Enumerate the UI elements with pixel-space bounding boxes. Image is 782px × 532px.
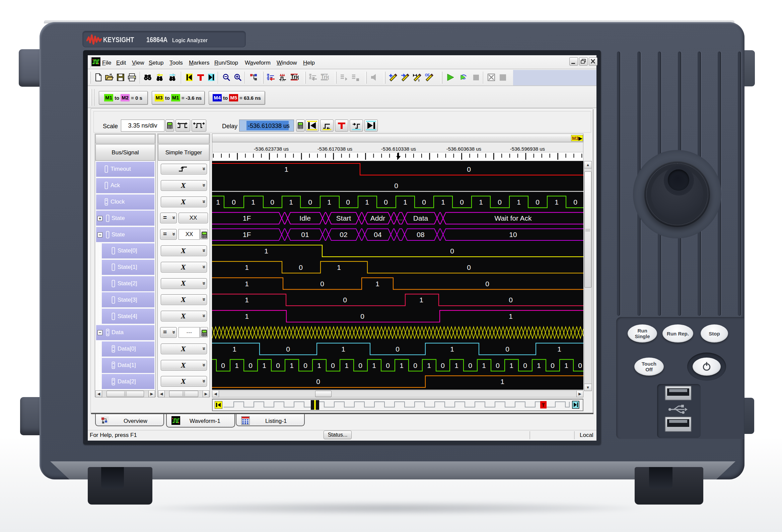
svg-text:...: ... xyxy=(398,216,403,221)
svg-text:0: 0 xyxy=(573,198,577,206)
svg-text:1: 1 xyxy=(216,198,220,206)
svg-text:0: 0 xyxy=(286,345,290,353)
svg-text:08: 08 xyxy=(417,231,424,238)
svg-text:1: 1 xyxy=(419,296,423,304)
svg-text:10: 10 xyxy=(509,231,517,238)
svg-text:0: 0 xyxy=(384,198,388,206)
svg-text:0: 0 xyxy=(299,264,303,271)
svg-text:1: 1 xyxy=(245,280,249,288)
svg-text:0: 0 xyxy=(249,362,252,369)
svg-text:1: 1 xyxy=(245,312,249,320)
svg-text:0: 0 xyxy=(221,362,225,369)
svg-text:0: 0 xyxy=(422,198,426,206)
svg-text:0: 0 xyxy=(578,362,582,369)
svg-text:1: 1 xyxy=(455,362,459,369)
svg-text:Addr: Addr xyxy=(370,214,385,222)
svg-text:0: 0 xyxy=(467,264,471,271)
svg-text:-536.603638 us: -536.603638 us xyxy=(447,146,481,152)
svg-text:0: 0 xyxy=(394,182,398,190)
svg-text:0: 0 xyxy=(523,362,527,369)
svg-text:0: 0 xyxy=(276,362,280,369)
svg-text:1: 1 xyxy=(441,198,445,206)
svg-text:0: 0 xyxy=(441,362,445,369)
svg-text:1: 1 xyxy=(251,198,255,206)
svg-text:0: 0 xyxy=(467,165,471,173)
svg-text:-536.596938 us: -536.596938 us xyxy=(510,146,545,152)
svg-text:0: 0 xyxy=(232,198,236,206)
svg-text:1: 1 xyxy=(365,198,369,206)
svg-text:T: T xyxy=(418,79,420,82)
svg-text:1F: 1F xyxy=(243,214,251,222)
svg-text:1: 1 xyxy=(289,198,293,206)
svg-text:1: 1 xyxy=(245,264,249,271)
svg-text:0: 0 xyxy=(320,280,324,288)
svg-text:1: 1 xyxy=(482,362,486,369)
svg-text:1: 1 xyxy=(372,362,376,369)
svg-text:1: 1 xyxy=(264,247,268,255)
svg-text:0: 0 xyxy=(505,345,509,353)
svg-text:T: T xyxy=(542,403,545,408)
svg-text:0: 0 xyxy=(460,198,464,206)
svg-text:1: 1 xyxy=(537,362,541,369)
svg-text:0: 0 xyxy=(413,362,417,369)
svg-text:Start: Start xyxy=(336,214,351,222)
svg-text:1: 1 xyxy=(509,312,513,320)
svg-text:Data: Data xyxy=(413,214,428,222)
svg-text:0: 0 xyxy=(343,296,347,304)
svg-text:1: 1 xyxy=(317,362,321,369)
svg-text:0: 0 xyxy=(360,312,364,320)
svg-text:1: 1 xyxy=(345,362,349,369)
svg-text:1: 1 xyxy=(235,362,239,369)
svg-text:1: 1 xyxy=(479,198,483,206)
svg-text:0: 0 xyxy=(498,198,502,206)
svg-text:0: 0 xyxy=(358,362,362,369)
svg-text:1: 1 xyxy=(262,362,266,369)
svg-text:1: 1 xyxy=(403,198,407,206)
svg-text:0: 0 xyxy=(346,198,350,206)
svg-text:-536.610338 us: -536.610338 us xyxy=(381,146,416,152)
svg-text:1F: 1F xyxy=(243,231,251,238)
svg-text:1: 1 xyxy=(427,362,431,369)
svg-text:1: 1 xyxy=(233,345,237,353)
svg-text:1: 1 xyxy=(517,198,521,206)
svg-text:0: 0 xyxy=(485,280,489,288)
svg-text:Idle: Idle xyxy=(299,214,311,222)
svg-text:1: 1 xyxy=(509,362,513,369)
svg-text:-536.623738 us: -536.623738 us xyxy=(254,146,289,152)
svg-text:1: 1 xyxy=(337,264,341,271)
svg-text:Trig: Trig xyxy=(321,74,329,80)
svg-text:Wait for Ack: Wait for Ack xyxy=(494,214,532,222)
svg-text:0: 0 xyxy=(535,198,539,206)
svg-text:0: 0 xyxy=(386,362,390,369)
svg-text:1: 1 xyxy=(564,362,568,369)
svg-text:0: 0 xyxy=(496,362,500,369)
svg-text:0: 0 xyxy=(550,362,555,369)
svg-text:1: 1 xyxy=(399,362,403,369)
svg-text:1: 1 xyxy=(245,296,249,304)
svg-text:02: 02 xyxy=(340,231,347,238)
svg-text:0: 0 xyxy=(509,296,513,304)
svg-text:Trig: Trig xyxy=(291,74,299,80)
svg-text:04: 04 xyxy=(374,231,382,238)
svg-text:0: 0 xyxy=(395,345,399,353)
svg-text:0: 0 xyxy=(308,198,312,206)
svg-text:0: 0 xyxy=(316,378,320,385)
svg-text:OF: OF xyxy=(425,73,430,77)
svg-text:-536.617038 us: -536.617038 us xyxy=(318,146,352,152)
svg-text:1: 1 xyxy=(327,198,331,206)
svg-text:1: 1 xyxy=(284,165,288,173)
svg-text:0: 0 xyxy=(331,362,335,369)
svg-text:1: 1 xyxy=(376,280,380,288)
svg-text:01: 01 xyxy=(301,231,309,238)
svg-text:1: 1 xyxy=(500,378,504,385)
svg-text:1: 1 xyxy=(290,362,294,369)
svg-text:1: 1 xyxy=(555,198,559,206)
svg-text:0: 0 xyxy=(450,247,454,255)
svg-text:1: 1 xyxy=(341,345,345,353)
svg-text:1: 1 xyxy=(450,345,454,353)
svg-text:0: 0 xyxy=(270,198,274,206)
svg-text:1: 1 xyxy=(557,345,561,353)
svg-text:0: 0 xyxy=(304,362,308,369)
svg-text:0: 0 xyxy=(468,362,472,369)
